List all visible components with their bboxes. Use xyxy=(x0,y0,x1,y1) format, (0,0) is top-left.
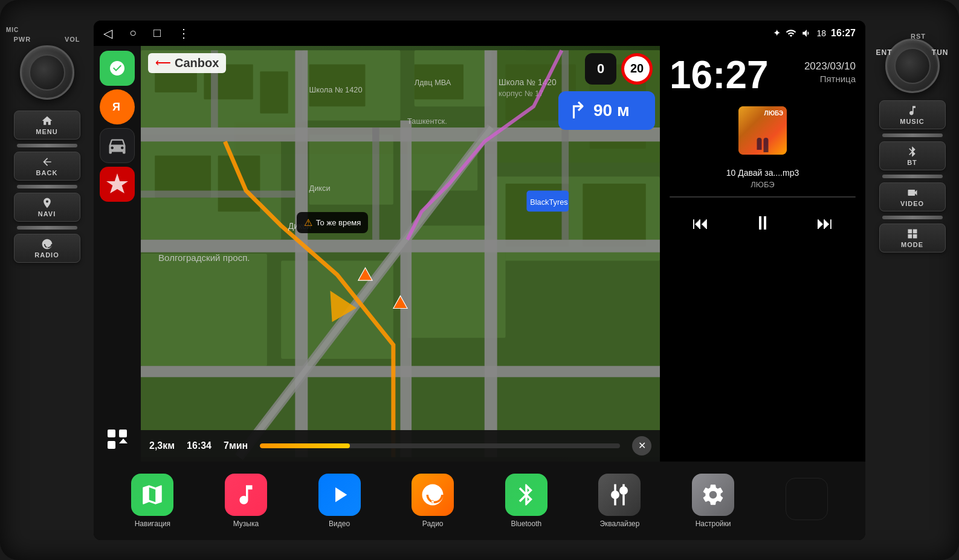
svg-rect-22 xyxy=(218,155,260,211)
volume-knob[interactable] xyxy=(20,45,74,100)
rst-label: RST xyxy=(911,33,926,40)
app-video[interactable]: Видео xyxy=(312,474,367,528)
bt-button[interactable]: BT xyxy=(879,141,946,170)
bluetooth-app-icon xyxy=(505,474,547,516)
app-maps[interactable]: Навигация xyxy=(125,474,179,528)
back-nav-btn[interactable]: ◁ xyxy=(103,26,112,40)
extra-app-icon xyxy=(786,478,828,520)
play-pause-button[interactable]: ⏸ xyxy=(748,207,777,239)
svg-text:Школа № 1420: Школа № 1420 xyxy=(309,85,363,94)
svg-rect-34 xyxy=(401,120,412,457)
svg-rect-32 xyxy=(295,50,308,457)
grid-icon[interactable] xyxy=(100,422,135,457)
nav-distance-stat: 2,3км xyxy=(149,440,175,451)
back-label: BACK xyxy=(36,169,58,176)
video-button[interactable]: VIDEO xyxy=(879,182,946,211)
status-icons: ✦ 18 16:27 xyxy=(773,27,856,39)
nav-instruction: ↱ 90 м xyxy=(558,91,655,130)
turn-arrow: ↱ xyxy=(568,97,587,124)
app-radio[interactable]: Радио xyxy=(405,474,460,528)
map-area[interactable]: BlackTyres Волгоградский просп. Ташкентс… xyxy=(141,46,660,462)
map-background: BlackTyres Волгоградский просп. Ташкентс… xyxy=(141,46,660,462)
status-time: 16:27 xyxy=(831,28,856,39)
bt-label: BT xyxy=(907,159,917,166)
app-equalizer[interactable]: Эквалайзер xyxy=(592,474,647,528)
svg-rect-58 xyxy=(615,497,617,505)
equalizer-app-icon xyxy=(598,474,641,516)
canbox-logo: ⟵ Canbox xyxy=(148,53,226,73)
radio-label: Радио xyxy=(422,520,444,528)
svg-rect-9 xyxy=(141,254,267,366)
right-slider-1 xyxy=(882,134,943,137)
bluetooth-status-icon: ✦ xyxy=(773,27,781,39)
app-extra[interactable] xyxy=(780,478,834,524)
bluetooth-label: Bluetooth xyxy=(511,520,541,528)
left-knob-area: PWR VOL xyxy=(14,36,80,103)
svg-rect-33 xyxy=(485,50,497,457)
svg-text:Ташкентск.: Ташкентск. xyxy=(407,117,447,126)
ent-label: ENT xyxy=(876,48,893,57)
svg-rect-3 xyxy=(119,430,127,437)
svg-text:Я: Я xyxy=(112,101,120,113)
settings-label: Настройки xyxy=(696,520,731,528)
radio-button[interactable]: RADIO xyxy=(14,234,80,263)
album-art-inner: ЛЮБЭ xyxy=(738,106,787,155)
current-speed: 0 xyxy=(585,53,616,85)
main-content: Я xyxy=(94,46,865,462)
canbox-logo-icon: ⟵ xyxy=(155,56,171,69)
right-slider-2 xyxy=(882,175,943,178)
right-info-panel: 16:27 2023/03/10 Пятница ЛЮБЭ xyxy=(660,46,865,462)
svg-rect-60 xyxy=(623,495,625,506)
video-app-icon xyxy=(318,474,361,516)
nav-progress-bar xyxy=(260,443,620,448)
equalizer-label: Эквалайзер xyxy=(599,520,639,528)
menu-button[interactable]: MENU xyxy=(14,111,80,140)
mode-button[interactable]: MODE xyxy=(879,224,946,253)
navi-button[interactable]: NAVI xyxy=(14,193,80,222)
clock-row: 16:27 2023/03/10 Пятница xyxy=(670,56,856,94)
navi-label: NAVI xyxy=(38,210,56,217)
nav-distance: 90 м xyxy=(593,101,630,120)
svg-text:Дикси: Дикси xyxy=(309,183,331,192)
close-nav-button[interactable]: ✕ xyxy=(632,436,651,455)
app-music[interactable]: Музыка xyxy=(219,474,273,528)
music-label: Музыка xyxy=(233,520,259,528)
slider-1 xyxy=(17,144,77,147)
vol-label: VOL xyxy=(65,36,80,43)
track-title: 10 Давай за....mp3 xyxy=(670,168,856,178)
next-track-button[interactable]: ⏭ xyxy=(812,208,838,238)
volume-level: 18 xyxy=(817,28,827,38)
music-side-label: MUSIC xyxy=(900,118,924,125)
kino-icon[interactable] xyxy=(100,167,135,202)
prev-track-button[interactable]: ⏮ xyxy=(687,208,714,238)
ent-tun-labels: ENT TUN xyxy=(876,48,949,57)
track-progress[interactable] xyxy=(670,196,856,198)
back-button[interactable]: BACK xyxy=(14,152,80,181)
bottom-apps: Навигация Музыка Видео Радио xyxy=(94,462,865,540)
app-bluetooth[interactable]: Bluetooth xyxy=(499,474,554,528)
recents-nav-btn[interactable]: □ xyxy=(153,26,161,40)
carplay-icon[interactable] xyxy=(100,51,135,86)
wifi-icon xyxy=(786,28,796,39)
volume-icon xyxy=(801,28,812,39)
settings-app-icon xyxy=(692,474,734,516)
car-app-icon[interactable] xyxy=(100,128,135,163)
svg-text:Волгоградский просп.: Волгоградский просп. xyxy=(158,252,250,262)
home-nav-btn[interactable]: ○ xyxy=(129,26,137,40)
maps-label: Навигация xyxy=(135,520,170,528)
app-settings[interactable]: Настройки xyxy=(686,474,740,528)
album-label: ЛЮБЭ xyxy=(764,110,783,117)
ent-tun-knob[interactable] xyxy=(885,39,940,93)
slider-2 xyxy=(17,185,77,188)
svg-text:Лдвц МВА: Лдвц МВА xyxy=(415,78,451,87)
more-nav-btn[interactable]: ⋮ xyxy=(178,26,190,40)
music-button[interactable]: MUSIC xyxy=(879,100,946,129)
album-art: ЛЮБЭ xyxy=(738,106,787,155)
yandex-navi-icon[interactable]: Я xyxy=(100,89,135,124)
video-side-label: VIDEO xyxy=(900,200,924,207)
svg-text:BlackTyres: BlackTyres xyxy=(530,197,567,206)
svg-rect-37 xyxy=(372,127,379,240)
mic-label: MIC xyxy=(6,27,19,33)
device-frame: MIC PWR VOL MENU BACK NAVI xyxy=(0,0,959,560)
svg-rect-12 xyxy=(309,134,393,204)
